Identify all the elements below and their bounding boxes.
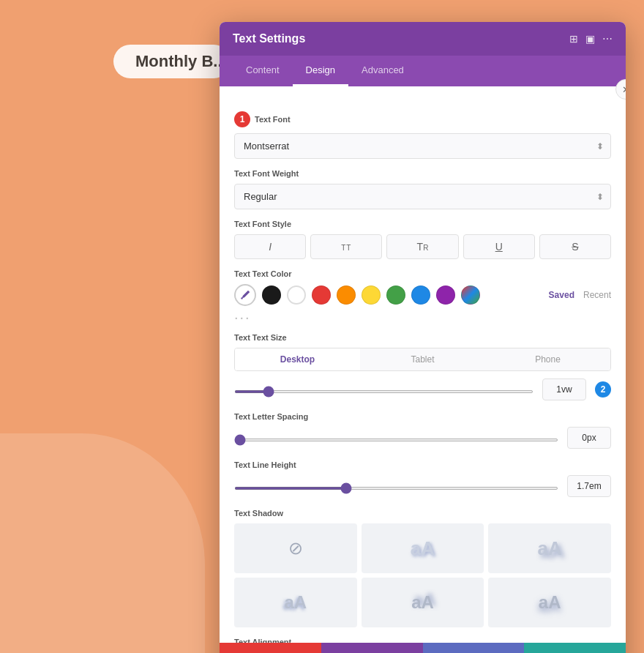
text-font-select-wrap: Montserrat Arial Georgia ⬍ [234, 133, 611, 159]
line-height-slider-wrap [234, 480, 558, 493]
style-btn-italic[interactable]: I [234, 234, 306, 259]
text-shadow-label: Text Shadow [234, 509, 611, 518]
device-tab-tablet[interactable]: Tablet [360, 348, 485, 370]
shadow-option-5[interactable]: aA [488, 578, 611, 627]
shadow-option-none[interactable]: ⊘ [234, 523, 357, 573]
footer-undo-button[interactable]: ↩ [321, 643, 423, 653]
line-height-slider[interactable] [234, 487, 558, 490]
shadow-option-1[interactable]: aA [362, 523, 484, 573]
modal-title: Text Settings [233, 32, 305, 45]
text-size-slider-wrap [234, 383, 533, 396]
svg-point-0 [241, 297, 242, 299]
style-btn-allcaps[interactable]: TT [310, 234, 382, 259]
color-swatch-black[interactable] [262, 286, 281, 305]
color-swatch-blue[interactable] [411, 286, 430, 305]
device-tab-phone[interactable]: Phone [485, 348, 610, 370]
color-tabs: Saved Recent [549, 290, 611, 300]
text-line-height-label: Text Line Height [234, 460, 611, 469]
text-font-section-label-row: 1 Text Font [234, 111, 611, 127]
line-height-slider-row: 1.7em [234, 475, 611, 497]
modal-header: Text Settings ⊞ ▣ ⋯ [220, 22, 626, 56]
modal-footer: ✕ ↩ ↻ ✓ [220, 643, 626, 653]
text-alignment-label-row: Text Alignment [234, 638, 611, 643]
color-swatch-purple[interactable] [436, 286, 455, 305]
no-shadow-icon: ⊘ [288, 538, 303, 559]
badge-1: 1 [234, 111, 250, 127]
text-settings-modal: Text Settings ⊞ ▣ ⋯ Content Design Advan… [220, 22, 626, 653]
color-swatch-row: Saved Recent [234, 284, 611, 306]
monthly-button: Monthly B... [113, 45, 231, 78]
style-btn-strikethrough[interactable]: S [539, 234, 611, 259]
text-font-style-label: Text Font Style [234, 220, 611, 228]
text-font-weight-label: Text Font Weight [234, 169, 611, 178]
text-font-label: Text Font [255, 115, 291, 124]
color-swatch-white[interactable] [287, 286, 306, 305]
font-style-buttons: I TT Tr U S [234, 234, 611, 259]
text-size-slider[interactable] [234, 390, 533, 393]
responsive-icon[interactable]: ⊞ [569, 33, 578, 45]
text-size-slider-row: 1vw 2 [234, 378, 611, 400]
text-text-size-label: Text Text Size [234, 333, 611, 342]
text-font-weight-select-wrap: Regular Bold Light ⬍ [234, 184, 611, 209]
style-btn-capitalize[interactable]: Tr [386, 234, 458, 259]
tab-advanced[interactable]: Advanced [348, 56, 417, 86]
color-swatch-green[interactable] [386, 286, 405, 305]
color-swatch-custom[interactable] [461, 286, 480, 305]
text-font-weight-select[interactable]: Regular Bold Light [234, 184, 611, 209]
shadow-grid: ⊘ aA aA aA aA aA [234, 523, 611, 627]
modal-header-icons: ⊞ ▣ ⋯ [569, 33, 613, 45]
letter-spacing-slider-row: 0px [234, 427, 611, 449]
color-tab-recent[interactable]: Recent [583, 290, 611, 300]
style-btn-underline[interactable]: U [463, 234, 535, 259]
letter-spacing-slider[interactable] [234, 439, 558, 441]
layout-icon[interactable]: ▣ [585, 33, 595, 45]
shadow-text-5: aA [539, 592, 561, 613]
modal-tabs: Content Design Advanced [220, 56, 626, 86]
color-picker-button[interactable] [234, 284, 256, 306]
shadow-text-3: aA [284, 592, 307, 613]
color-tab-saved[interactable]: Saved [549, 290, 574, 300]
shadow-option-4[interactable]: aA [362, 578, 484, 627]
color-more-button[interactable]: ··· [234, 309, 251, 325]
color-swatch-red[interactable] [312, 286, 331, 305]
shadow-text-2: aA [538, 537, 562, 560]
more-icon[interactable]: ⋯ [602, 33, 613, 45]
device-tabs: Desktop Tablet Phone [234, 348, 611, 371]
color-swatch-yellow[interactable] [362, 286, 381, 305]
device-tab-desktop[interactable]: Desktop [235, 348, 360, 370]
tab-design[interactable]: Design [293, 56, 348, 86]
modal-panel: 1 Text Font Montserrat Arial Georgia ⬍ T… [220, 86, 626, 643]
footer-cancel-button[interactable]: ✕ [220, 643, 321, 653]
text-text-color-label: Text Text Color [234, 269, 611, 278]
footer-redo-button[interactable]: ↻ [423, 643, 525, 653]
text-size-value[interactable]: 1vw [542, 378, 586, 400]
text-font-select[interactable]: Montserrat Arial Georgia [234, 133, 611, 159]
background-wave [0, 433, 205, 653]
line-height-value[interactable]: 1.7em [567, 475, 611, 497]
shadow-option-2[interactable]: aA [488, 523, 611, 573]
text-alignment-label: Text Alignment [234, 638, 291, 643]
text-letter-spacing-label: Text Letter Spacing [234, 412, 611, 421]
shadow-option-3[interactable]: aA [234, 578, 357, 627]
shadow-text-1: aA [411, 537, 435, 560]
letter-spacing-value[interactable]: 0px [567, 427, 611, 449]
tab-content[interactable]: Content [233, 56, 293, 86]
color-swatch-orange[interactable] [337, 286, 356, 305]
eyedropper-icon [240, 290, 250, 300]
letter-spacing-slider-wrap [234, 431, 558, 444]
badge-2: 2 [595, 381, 611, 398]
shadow-text-4: aA [411, 592, 434, 613]
footer-save-button[interactable]: ✓ [524, 643, 626, 653]
